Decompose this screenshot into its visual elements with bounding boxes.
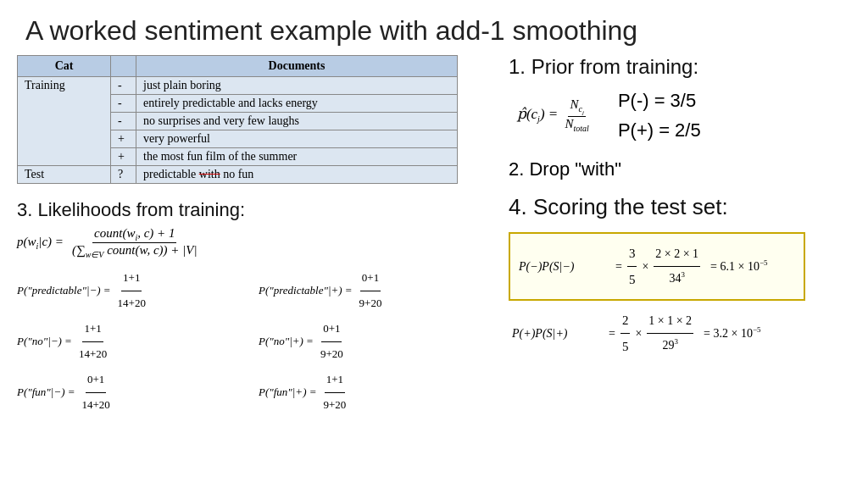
- scoring-pos-frac2-den: 293: [660, 334, 680, 358]
- lh-row-predictable-neg: P("predictable"|−) = 1+1 14+20: [17, 266, 250, 315]
- lh-fun-pos-frac: 1+1 9+20: [322, 368, 348, 417]
- table-header-cat2: [111, 56, 136, 77]
- lh-row-no-pos: P("no"|+) = 0+1 9+20: [259, 317, 492, 366]
- scoring-pos-row: P(+)P(S|+) = 2 5 × 1 × 1 × 2 293 = 3.2 ×…: [512, 308, 851, 359]
- drop-section: 2. Drop "with": [509, 158, 851, 180]
- scoring-section: 4. Scoring the test set: P(−)P(S|−) = 3 …: [509, 194, 851, 359]
- main-likelihood-formula: p(wi|c) = count(wi, c) + 1 (∑w∈V count(w…: [17, 226, 492, 259]
- prior-den: Ntotal: [564, 117, 591, 133]
- lh-row-fun-pos: P("fun"|+) = 1+1 9+20: [259, 368, 492, 417]
- lh-fun-neg-num: 0+1: [86, 368, 106, 393]
- scoring-neg-row: P(−)P(S|−) = 3 5 × 2 × 2 × 1 343 = 6.1 ×…: [519, 241, 795, 292]
- table-cell-doc2: entirely predictable and lacks energy: [136, 95, 458, 113]
- table-cell-test-label: Test: [18, 166, 111, 184]
- scoring-pos-result: = 3.2 × 10−5: [704, 322, 760, 346]
- scoring-pos-times: ×: [635, 322, 642, 346]
- section3-title: Likelihoods from training:: [37, 199, 245, 220]
- section4-number: 4.: [509, 194, 527, 219]
- scoring-neg-frac2-den: 343: [667, 267, 687, 291]
- lh-no-neg-num: 1+1: [82, 317, 103, 342]
- table-cell-doc1: just plain boring: [136, 77, 458, 95]
- table-cell-doc4: very powerful: [136, 130, 458, 148]
- scoring-neg-frac1-num: 3: [627, 241, 637, 267]
- lh-row-no-neg: P("no"|−) = 1+1 14+20: [17, 317, 250, 366]
- lh-no-pos-num: 0+1: [321, 317, 342, 342]
- section2-title: Drop "with": [529, 158, 621, 180]
- lh-fraction: count(wi, c) + 1 (∑w∈V count(w, c)) + |V…: [70, 226, 199, 259]
- lh-fun-pos-num: 1+1: [325, 368, 345, 393]
- lh-fun-neg-frac: 0+1 14+20: [81, 368, 112, 417]
- lh-fun-neg-lhs: P("fun"|−) =: [17, 380, 75, 405]
- lh-fun-pos-lhs: P("fun"|+) =: [259, 380, 317, 405]
- table-cell-pos1: +: [111, 130, 136, 148]
- lh-no-pos-lhs: P("no"|+) =: [259, 330, 314, 354]
- scoring-neg-frac2-num: 2 × 2 × 1: [654, 242, 700, 267]
- table-cell-doc3: no surprises and very few laughs: [136, 113, 458, 130]
- lh-pred-neg-num: 1+1: [121, 266, 142, 291]
- lh-pred-neg-frac: 1+1 14+20: [116, 266, 147, 315]
- lh-pred-neg-den: 14+20: [116, 291, 147, 316]
- p-neg-value: P(-) = 3/5: [618, 86, 701, 115]
- section1-number: 1.: [509, 55, 526, 78]
- lh-pred-pos-lhs: P("predictable"|+) =: [259, 279, 353, 303]
- strikethrough-with: with: [199, 168, 220, 180]
- training-table: Cat Documents Training - just plain bori…: [17, 55, 458, 184]
- p-pos-value: P(+) = 2/5: [618, 115, 701, 145]
- table-row-test: Test ? predictable with no fun: [18, 166, 458, 184]
- left-column: Cat Documents Training - just plain bori…: [17, 55, 492, 418]
- prior-section: 1. Prior from training: p̂(cj) = Ncj Nto…: [509, 55, 851, 145]
- scoring-pos-frac1-num: 2: [620, 308, 631, 334]
- lh-no-pos-frac: 0+1 9+20: [319, 317, 345, 366]
- lh-no-neg-lhs: P("no"|−) =: [17, 330, 72, 354]
- table-header-cat: Cat: [18, 56, 111, 77]
- lh-pred-pos-den: 9+20: [358, 291, 384, 316]
- scoring-pos-frac1: 2 5: [620, 308, 631, 359]
- scoring-pos-frac2: 1 × 1 × 2 293: [647, 309, 693, 358]
- table-cell-neg1: -: [111, 77, 136, 95]
- section2-number: 2.: [509, 158, 524, 180]
- likelihood-rows: P("predictable"|−) = 1+1 14+20 P("predic…: [17, 266, 492, 418]
- table-header-docs: Documents: [136, 56, 458, 77]
- table-cell-neg3: -: [111, 113, 136, 130]
- scoring-box: P(−)P(S|−) = 3 5 × 2 × 2 × 1 343 = 6.1 ×…: [509, 232, 805, 301]
- lh-pred-pos-num: 0+1: [360, 266, 381, 291]
- lh-row-predictable-pos: P("predictable"|+) = 0+1 9+20: [259, 266, 492, 315]
- scoring-neg-times: ×: [642, 255, 648, 279]
- lh-pred-neg-lhs: P("predictable"|−) =: [17, 279, 111, 303]
- scoring-pos-eq: =: [609, 322, 615, 346]
- scoring-pos-lhs: P(+)P(S|+): [512, 322, 605, 346]
- likelihood-section: 3. Likelihoods from training: p(wi|c) = …: [17, 199, 492, 418]
- scoring-neg-result: = 6.1 × 10−5: [710, 255, 767, 279]
- prior-num: Ncj: [568, 97, 585, 117]
- prior-formula-row: p̂(cj) = Ncj Ntotal P(-) = 3/5 P(+) = 2/…: [517, 86, 851, 145]
- table-cell-neg2: -: [111, 95, 136, 113]
- scoring-pos-frac1-den: 5: [620, 334, 631, 359]
- prior-formula-main: p̂(cj) = Ncj Ntotal: [517, 97, 593, 133]
- lh-numerator: count(wi, c) + 1: [92, 226, 176, 243]
- table-cell-question: ?: [111, 166, 136, 184]
- scoring-neg-lhs: P(−)P(S|−): [519, 255, 612, 279]
- scoring-neg-frac1-den: 5: [627, 267, 637, 292]
- lh-fun-pos-den: 9+20: [322, 393, 348, 418]
- lh-no-neg-den: 14+20: [77, 342, 108, 367]
- lh-denominator: (∑w∈V count(w, c)) + |V|: [70, 243, 199, 259]
- section3-number: 3.: [17, 199, 32, 220]
- section4-title: Scoring the test set:: [533, 194, 728, 219]
- table-cell-doc5: the most fun film of the summer: [136, 148, 458, 166]
- section4-heading: 4. Scoring the test set:: [509, 194, 851, 220]
- lh-pred-pos-frac: 0+1 9+20: [358, 266, 384, 315]
- lh-no-neg-frac: 1+1 14+20: [77, 317, 108, 366]
- scoring-pos-frac2-num: 1 × 1 × 2: [647, 309, 693, 334]
- section1-heading: 1. Prior from training:: [509, 55, 851, 79]
- table-cell-doc-test: predictable with no fun: [136, 166, 458, 184]
- scoring-neg-eq: =: [615, 255, 622, 279]
- section1-title: Prior from training:: [531, 55, 698, 78]
- table-cell-pos2: +: [111, 148, 136, 166]
- scoring-neg-frac1: 3 5: [627, 241, 637, 292]
- page-title: A worked sentiment example with add-1 sm…: [0, 0, 868, 55]
- lh-no-pos-den: 9+20: [319, 342, 345, 367]
- p-values: P(-) = 3/5 P(+) = 2/5: [618, 86, 701, 145]
- scoring-neg-frac2: 2 × 2 × 1 343: [654, 242, 700, 291]
- table-row: Training - just plain boring: [18, 77, 458, 95]
- section3-heading: 3. Likelihoods from training:: [17, 199, 492, 221]
